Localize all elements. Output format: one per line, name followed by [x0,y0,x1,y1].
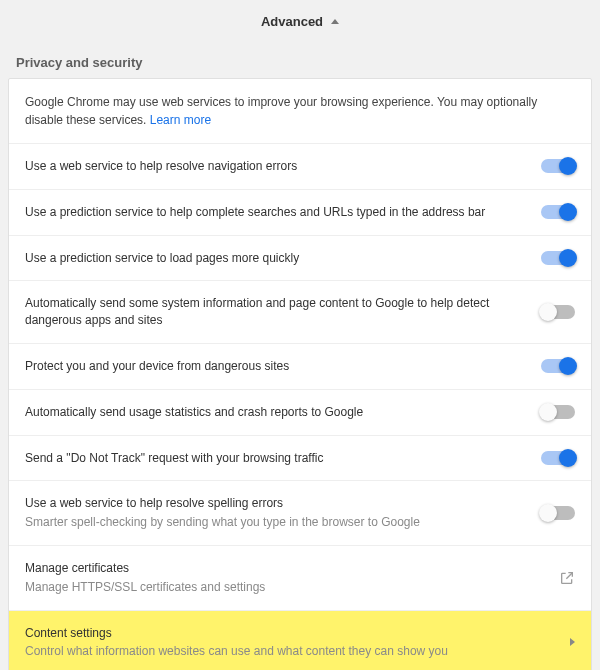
settings-row: Use a web service to help resolve spelli… [9,480,591,545]
toggle-switch[interactable] [541,305,575,319]
advanced-title: Advanced [261,14,323,29]
settings-row: Use a web service to help resolve naviga… [9,143,591,189]
toggle-switch[interactable] [541,405,575,419]
intro-body: Google Chrome may use web services to im… [25,95,537,127]
advanced-header[interactable]: Advanced [0,0,600,43]
row-label: Content settingsControl what information… [25,625,558,661]
chevron-right-icon [570,638,575,646]
toggle-switch[interactable] [541,451,575,465]
toggle-switch[interactable] [541,506,575,520]
row-label: Protect you and your device from dangero… [25,358,529,375]
section-title: Privacy and security [0,43,600,78]
row-sublabel: Control what information websites can us… [25,643,558,660]
settings-row: Automatically send some system informati… [9,280,591,343]
toggle-switch[interactable] [541,251,575,265]
settings-row: Use a prediction service to help complet… [9,189,591,235]
settings-row[interactable]: Content settingsControl what information… [9,610,591,670]
intro-text: Google Chrome may use web services to im… [9,79,591,143]
row-sublabel: Smarter spell-checking by sending what y… [25,514,529,531]
external-link-icon [559,570,575,586]
row-label: Use a web service to help resolve naviga… [25,158,529,175]
row-label: Manage certificatesManage HTTPS/SSL cert… [25,560,547,596]
row-label: Use a web service to help resolve spelli… [25,495,529,531]
privacy-card: Google Chrome may use web services to im… [8,78,592,670]
row-sublabel: Manage HTTPS/SSL certificates and settin… [25,579,547,596]
settings-row: Protect you and your device from dangero… [9,343,591,389]
toggle-switch[interactable] [541,359,575,373]
toggle-switch[interactable] [541,159,575,173]
settings-row: Use a prediction service to load pages m… [9,235,591,281]
settings-row: Automatically send usage statistics and … [9,389,591,435]
row-label: Automatically send usage statistics and … [25,404,529,421]
settings-row: Send a "Do Not Track" request with your … [9,435,591,481]
settings-row[interactable]: Manage certificatesManage HTTPS/SSL cert… [9,545,591,610]
toggle-switch[interactable] [541,205,575,219]
row-label: Use a prediction service to help complet… [25,204,529,221]
chevron-up-icon [331,19,339,24]
row-label: Use a prediction service to load pages m… [25,250,529,267]
learn-more-link[interactable]: Learn more [150,113,211,127]
row-label: Automatically send some system informati… [25,295,529,329]
row-label: Send a "Do Not Track" request with your … [25,450,529,467]
